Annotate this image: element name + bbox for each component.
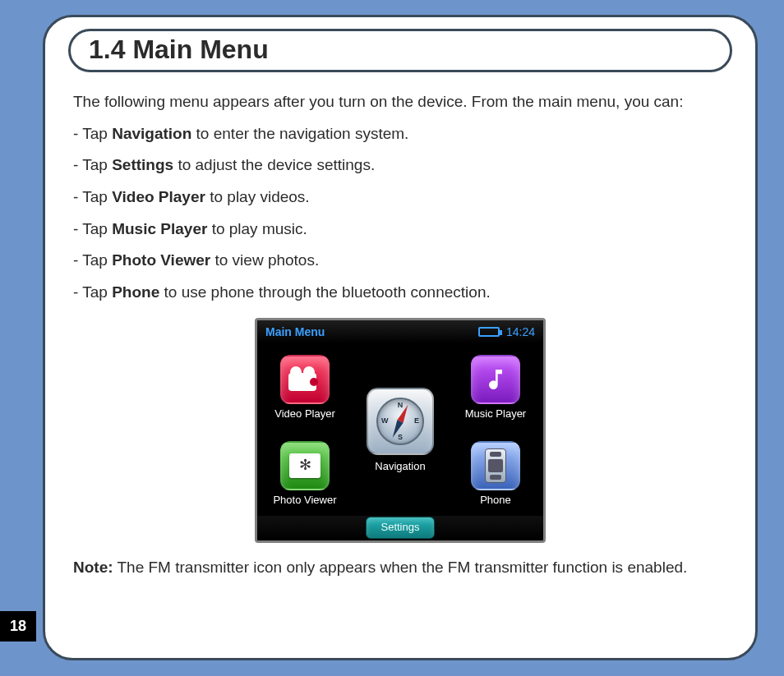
note-label: Note: — [73, 559, 113, 576]
settings-button[interactable]: Settings — [366, 517, 436, 539]
photo-icon: ✻ — [280, 441, 330, 490]
section-content: The following menu appears after you tur… — [68, 92, 732, 578]
bullet-bold: Settings — [112, 156, 173, 173]
bullet-bold: Phone — [112, 283, 159, 301]
note-line: Note: The FM transmitter icon only appea… — [73, 558, 727, 578]
video-camera-icon — [280, 355, 330, 404]
section-heading: 1.4 Main Menu — [89, 34, 712, 65]
tile-phone[interactable]: Phone — [471, 441, 520, 508]
bullet-bold: Navigation — [112, 125, 191, 142]
device-status-title: Main Menu — [265, 324, 325, 339]
bullet-prefix: - Tap — [73, 188, 112, 205]
device-status-right: 14:24 — [478, 324, 535, 339]
tile-navigation[interactable]: N S E W Navigation — [367, 388, 434, 474]
bullet-navigation: - Tap Navigation to enter the navigation… — [73, 124, 727, 145]
tile-music-player[interactable]: Music Player — [465, 355, 526, 421]
tile-label: Music Player — [465, 407, 526, 421]
compass-w: W — [381, 417, 389, 427]
tile-label: Video Player — [274, 407, 334, 421]
bullet-video: - Tap Video Player to play videos. — [73, 187, 727, 208]
tile-label: Photo Viewer — [273, 494, 336, 508]
bullet-prefix: - Tap — [73, 125, 112, 142]
bullet-prefix: - Tap — [73, 283, 112, 301]
bullet-prefix: - Tap — [73, 220, 112, 237]
bullet-suffix: to use phone through the bluetooth conne… — [159, 283, 490, 301]
device-statusbar: Main Menu 14:24 — [257, 320, 543, 343]
section-title-bar: 1.4 Main Menu — [68, 29, 732, 72]
bullet-prefix: - Tap — [73, 251, 112, 269]
compass-icon: N S E W — [367, 388, 434, 455]
device-clock: 14:24 — [506, 324, 535, 339]
bullet-bold: Photo Viewer — [112, 251, 210, 269]
device-app-grid: Video Player Music Player N S — [257, 347, 543, 516]
bullet-bold: Music Player — [112, 220, 207, 237]
tile-label: Phone — [480, 494, 511, 508]
compass-e: E — [414, 417, 419, 427]
note-text: The FM transmitter icon only appears whe… — [113, 559, 688, 576]
page-number: 18 — [0, 611, 36, 642]
bullet-suffix: to adjust the device settings. — [173, 156, 375, 173]
music-note-icon — [471, 355, 520, 404]
bullet-bold: Video Player — [112, 188, 205, 205]
intro-text: The following menu appears after you tur… — [73, 92, 727, 113]
bullet-phone: - Tap Phone to use phone through the blu… — [73, 283, 727, 303]
bullet-photo: - Tap Photo Viewer to view photos. — [73, 251, 727, 271]
bullet-prefix: - Tap — [73, 156, 112, 173]
compass-s: S — [398, 433, 403, 443]
bullet-suffix: to play videos. — [205, 188, 310, 205]
bullet-suffix: to enter the navigation system. — [191, 125, 408, 142]
bullet-music: - Tap Music Player to play music. — [73, 219, 727, 240]
page-frame: 1.4 Main Menu The following menu appears… — [43, 15, 758, 660]
device-bottom-bar: Settings — [257, 516, 543, 540]
tile-video-player[interactable]: Video Player — [274, 355, 334, 421]
bullet-suffix: to view photos. — [210, 251, 319, 269]
tile-label: Navigation — [375, 460, 425, 474]
bullet-suffix: to play music. — [207, 220, 307, 237]
device-screen: Main Menu 14:24 Video Player — [257, 320, 543, 540]
battery-icon — [478, 327, 500, 337]
phone-icon — [471, 441, 520, 490]
device-screenshot: Main Menu 14:24 Video Player — [255, 318, 546, 543]
bullet-settings: - Tap Settings to adjust the device sett… — [73, 155, 727, 176]
tile-photo-viewer[interactable]: ✻ Photo Viewer — [273, 441, 336, 508]
